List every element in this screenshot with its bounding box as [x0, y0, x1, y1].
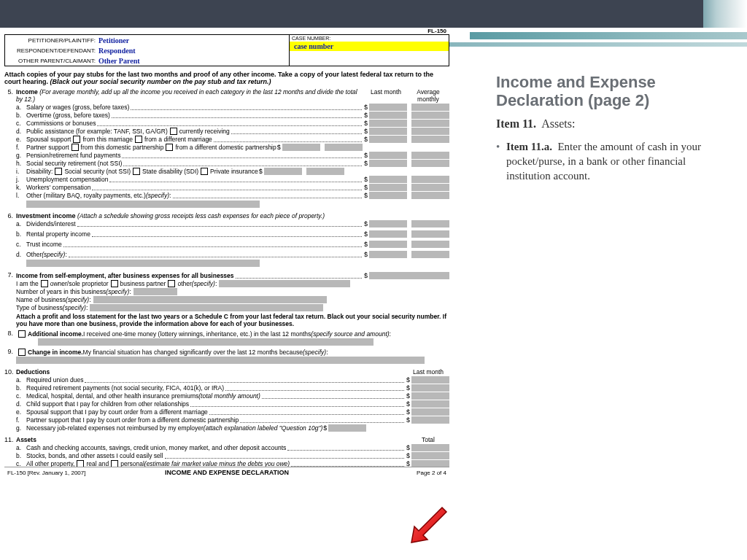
- checkbox[interactable]: [111, 280, 118, 287]
- amount-field[interactable]: [411, 128, 449, 135]
- case-number: case number: [290, 42, 449, 51]
- checkbox[interactable]: [135, 136, 142, 143]
- item-6: 6. Investment income (Attach a schedule …: [4, 212, 449, 267]
- checkbox[interactable]: [18, 349, 26, 356]
- amount-field[interactable]: [369, 220, 407, 228]
- amount-field[interactable]: [411, 136, 449, 143]
- amount-field[interactable]: [411, 120, 449, 127]
- amount-field[interactable]: [369, 160, 407, 167]
- amount-field[interactable]: [369, 120, 407, 127]
- checkbox[interactable]: [166, 144, 173, 151]
- respondent-value: Respondent: [98, 47, 136, 55]
- item-10: 10. DeductionsLast month a.Required unio…: [4, 368, 449, 432]
- amount-field[interactable]: [411, 152, 449, 159]
- top-bar: [0, 0, 747, 28]
- amount-field[interactable]: [411, 176, 449, 183]
- amount-field[interactable]: [411, 376, 449, 384]
- case-label: CASE NUMBER:: [290, 35, 449, 42]
- other-label: OTHER PARENT/CLAIMANT:: [5, 58, 98, 64]
- amount-field[interactable]: [411, 160, 449, 167]
- text-field[interactable]: [38, 338, 374, 346]
- amount-field[interactable]: [411, 220, 449, 228]
- amount-field[interactable]: [369, 241, 407, 248]
- item-7: 7. Income from self-employment, after bu…: [4, 271, 449, 327]
- checkbox[interactable]: [201, 168, 208, 175]
- form-footer: FL-150 [Rev. January 1, 2007] INCOME AND…: [4, 467, 449, 478]
- amount-field[interactable]: [369, 230, 407, 238]
- item-9: 9. Change in income. My financial situat…: [4, 348, 449, 364]
- amount-field[interactable]: [411, 400, 449, 408]
- amount-field[interactable]: [282, 144, 320, 151]
- checkbox[interactable]: [41, 280, 48, 287]
- amount-field[interactable]: [325, 144, 363, 151]
- amount-field[interactable]: [369, 272, 449, 279]
- instruction-panel: Income and Expense Declaration (page 2) …: [496, 73, 729, 183]
- amount-field[interactable]: [369, 112, 407, 119]
- checkbox[interactable]: [55, 168, 62, 175]
- form-code: FL-150: [4, 28, 449, 34]
- item-8: 8. Additional income. I received one-tim…: [4, 330, 449, 346]
- instruction-title: Income and Expense Declaration (page 2): [496, 73, 729, 110]
- text-field[interactable]: [219, 280, 350, 287]
- text-field[interactable]: [93, 296, 327, 303]
- amount-field[interactable]: [369, 128, 407, 135]
- amount-field[interactable]: [411, 241, 449, 248]
- amount-field[interactable]: [411, 184, 449, 191]
- amount-field[interactable]: [411, 408, 449, 416]
- amount-field[interactable]: [369, 251, 407, 258]
- attach-note: Attach copies of your pay stubs for the …: [4, 71, 449, 85]
- amount-field[interactable]: [369, 192, 407, 199]
- amount-field[interactable]: [306, 168, 344, 175]
- amount-field[interactable]: [369, 176, 407, 183]
- item-11: 11. AssetsTotal a.Cash and checking acco…: [4, 436, 449, 467]
- text-field[interactable]: [90, 304, 323, 311]
- petitioner-label: PETITIONER/PLAINTIFF:: [5, 37, 98, 44]
- text-field[interactable]: [26, 201, 260, 208]
- text-field[interactable]: [16, 357, 425, 364]
- amount-field[interactable]: [264, 168, 302, 175]
- petitioner-value: Petitioner: [98, 36, 129, 44]
- amount-field[interactable]: [411, 452, 449, 459]
- checkbox[interactable]: [18, 330, 26, 338]
- amount-field[interactable]: [369, 152, 407, 159]
- amount-field[interactable]: [369, 104, 407, 111]
- form-page: FL-150 PETITIONER/PLAINTIFF:Petitioner R…: [4, 28, 449, 478]
- instruction-bullet: Item 11.a. Enter the amount of cash in y…: [496, 139, 729, 184]
- text-field[interactable]: [26, 260, 260, 267]
- checkbox[interactable]: [170, 128, 177, 135]
- amount-field[interactable]: [369, 136, 407, 143]
- amount-field[interactable]: [411, 416, 449, 424]
- amount-field[interactable]: [328, 424, 366, 432]
- case-header: PETITIONER/PLAINTIFF:Petitioner RESPONDE…: [4, 34, 449, 66]
- item-5: 5. Income (For average monthly, add up a…: [4, 88, 449, 208]
- amount-field[interactable]: [411, 384, 449, 392]
- svg-marker-0: [411, 508, 446, 542]
- amount-field[interactable]: [411, 230, 449, 238]
- text-field[interactable]: [133, 288, 177, 295]
- amount-field[interactable]: [411, 192, 449, 199]
- checkbox[interactable]: [71, 144, 79, 151]
- amount-field[interactable]: [411, 392, 449, 400]
- amount-field[interactable]: [369, 184, 407, 191]
- checkbox[interactable]: [73, 136, 80, 143]
- amount-field[interactable]: [411, 104, 449, 111]
- decor-stripe: [470, 32, 747, 39]
- arrow-icon: [407, 503, 451, 547]
- other-value: Other Parent: [98, 57, 140, 65]
- amount-field[interactable]: [411, 444, 449, 451]
- respondent-label: RESPONDENT/DEFENDANT:: [5, 47, 98, 54]
- amount-field[interactable]: [411, 251, 449, 258]
- checkbox[interactable]: [133, 168, 140, 175]
- decor-stripe: [397, 42, 747, 47]
- amount-field[interactable]: [411, 112, 449, 119]
- checkbox[interactable]: [168, 280, 175, 287]
